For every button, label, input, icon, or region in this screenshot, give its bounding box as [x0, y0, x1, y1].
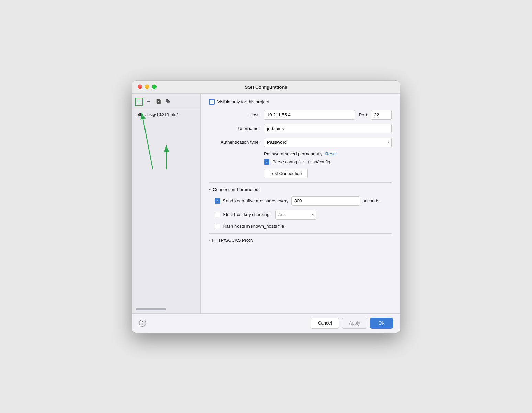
strict-host-checkbox[interactable] — [215, 212, 220, 217]
keep-alive-label: Send keep-alive messages every — [223, 198, 289, 203]
parse-config-checkbox[interactable] — [264, 159, 269, 165]
annotation-arrows — [132, 94, 201, 313]
host-label: Host: — [209, 112, 264, 117]
http-proxy-title: HTTP/SOCKS Proxy — [212, 238, 253, 243]
auth-type-select-wrapper: Password Key pair (OpenSSH or PuTTY) Ope… — [264, 138, 392, 147]
main-panel: Visible only for this project Host: Port… — [201, 94, 400, 313]
add-config-button[interactable]: + — [135, 98, 143, 106]
test-connection-button[interactable]: Test Connection — [264, 169, 308, 178]
reset-link[interactable]: Reset — [325, 151, 337, 156]
dialog-footer: ? Cancel Apply OK — [132, 313, 400, 333]
parse-config-label: Parse config file ~/.ssh/config — [272, 159, 330, 164]
help-button[interactable]: ? — [139, 320, 146, 327]
sidebar-toolbar: + − ⧉ ✎ — [132, 96, 200, 109]
connection-params-chevron-icon: ▾ — [209, 188, 211, 191]
port-label: Port: — [359, 112, 368, 117]
ok-button[interactable]: OK — [370, 318, 393, 329]
section-divider-2 — [209, 233, 392, 234]
host-input[interactable] — [264, 110, 355, 120]
http-proxy-header[interactable]: › HTTP/SOCKS Proxy — [209, 238, 392, 243]
maximize-button[interactable] — [152, 85, 157, 89]
strict-host-label: Strict host key checking — [223, 212, 270, 217]
ask-select-wrapper: Ask Yes No ▾ — [275, 210, 316, 220]
parse-config-row: Parse config file ~/.ssh/config — [264, 159, 392, 165]
ssh-configurations-dialog: SSH Configurations + − ⧉ ✎ jetbrains@10.… — [132, 81, 400, 333]
keep-alive-checkbox[interactable] — [215, 198, 220, 204]
hash-hosts-label: Hash hosts in known_hosts file — [223, 224, 284, 229]
keep-alive-input[interactable] — [291, 196, 360, 206]
username-label: Username: — [209, 126, 264, 131]
strict-host-row: Strict host key checking Ask Yes No ▾ — [215, 210, 392, 220]
close-button[interactable] — [138, 85, 142, 89]
connection-params-title: Connection Parameters — [213, 187, 260, 192]
sidebar-item-jetbrains[interactable]: jetbrains@10.211.55.4 — [132, 110, 200, 119]
minimize-button[interactable] — [145, 85, 149, 89]
cancel-button[interactable]: Cancel — [311, 318, 339, 329]
visible-only-label: Visible only for this project — [217, 99, 269, 104]
password-saved-row: Password saved permanently Reset — [264, 151, 392, 156]
auth-type-select[interactable]: Password Key pair (OpenSSH or PuTTY) Ope… — [264, 138, 392, 147]
test-connection-wrapper: Test Connection — [264, 169, 392, 178]
apply-button[interactable]: Apply — [342, 318, 368, 329]
keep-alive-suffix: seconds — [363, 198, 379, 203]
title-bar: SSH Configurations — [132, 81, 400, 94]
password-saved-text: Password saved permanently — [264, 151, 323, 156]
hash-hosts-row: Hash hosts in known_hosts file — [215, 224, 392, 229]
dialog-title: SSH Configurations — [245, 85, 287, 90]
connection-params-header[interactable]: ▾ Connection Parameters — [209, 187, 392, 192]
svg-line-0 — [142, 113, 153, 169]
username-row: Username: — [209, 124, 392, 133]
sidebar: + − ⧉ ✎ jetbrains@10.211.55.4 — [132, 94, 201, 313]
section-divider-1 — [209, 182, 392, 183]
auth-type-label: Authentication type: — [209, 140, 264, 145]
host-row: Host: Port: — [209, 110, 392, 120]
dialog-content: + − ⧉ ✎ jetbrains@10.211.55.4 — [132, 94, 400, 313]
remove-config-button[interactable]: − — [144, 98, 153, 106]
sidebar-scrollbar[interactable] — [136, 308, 166, 310]
auth-type-row: Authentication type: Password Key pair (… — [209, 138, 392, 147]
ask-select[interactable]: Ask Yes No — [275, 210, 316, 220]
keep-alive-row: Send keep-alive messages every seconds — [215, 196, 392, 206]
visible-only-row: Visible only for this project — [209, 99, 392, 105]
connection-params-body: Send keep-alive messages every seconds S… — [209, 196, 392, 229]
edit-config-button[interactable]: ✎ — [164, 98, 172, 106]
username-input[interactable] — [264, 124, 392, 133]
http-proxy-section: › HTTP/SOCKS Proxy — [209, 238, 392, 243]
window-controls — [138, 85, 157, 89]
visible-only-checkbox[interactable] — [209, 99, 215, 105]
http-proxy-chevron-icon: › — [209, 238, 210, 242]
copy-config-button[interactable]: ⧉ — [154, 98, 162, 106]
auth-sub-section: Password saved permanently Reset Parse c… — [264, 151, 392, 178]
port-input[interactable] — [371, 110, 392, 120]
hash-hosts-checkbox[interactable] — [215, 224, 220, 229]
